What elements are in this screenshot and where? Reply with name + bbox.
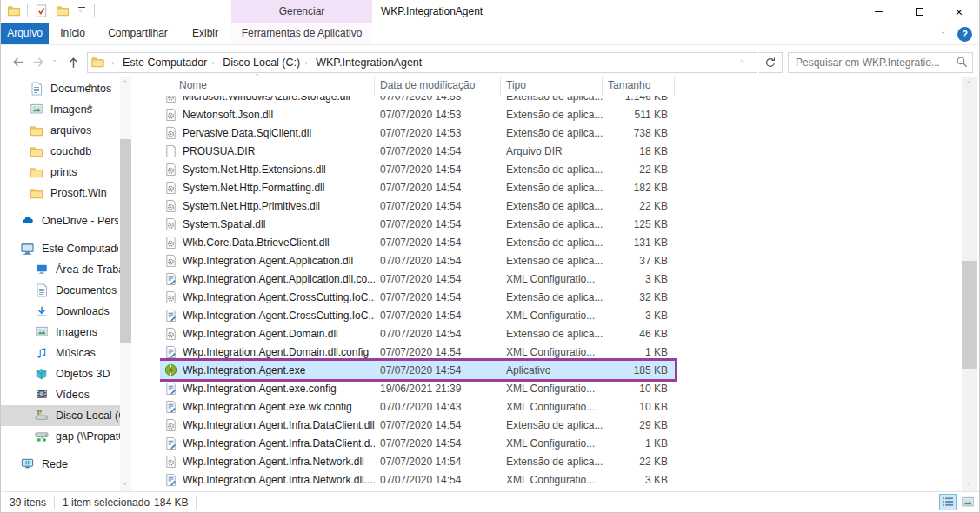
scroll-up-button[interactable] xyxy=(962,77,977,90)
tab-arquivo[interactable]: Arquivo xyxy=(1,23,49,44)
breadcrumb-chevron-icon[interactable] xyxy=(110,59,120,65)
file-size: 182 KB xyxy=(603,182,675,194)
column-header-nome[interactable]: Nome xyxy=(160,77,375,96)
maximize-button[interactable] xyxy=(899,0,939,23)
forward-button[interactable] xyxy=(28,52,49,73)
file-row[interactable]: Wkp.Integration.Agent.Infra.DataClient.d… xyxy=(160,434,675,452)
file-row[interactable]: System.Net.Http.Primitives.dll 07/07/202… xyxy=(160,197,675,215)
back-button[interactable] xyxy=(7,52,28,73)
file-list-scrollbar-thumb[interactable] xyxy=(962,261,977,369)
file-row[interactable]: System.Spatial.dll 07/07/2020 14:54 Exte… xyxy=(160,215,675,233)
sidebar-item-objetos-3d[interactable]: Objetos 3D xyxy=(1,363,131,384)
ribbon-collapse-chevron-icon[interactable] xyxy=(940,31,949,37)
tab-exibir[interactable]: Exibir xyxy=(179,23,231,44)
customize-quick-access-button[interactable] xyxy=(76,3,88,18)
file-row[interactable]: Wkp.Integration.Agent.Domain.dll 07/07/2… xyxy=(160,324,675,343)
column-header-tamanho[interactable]: Tamanho xyxy=(603,77,675,96)
music-icon xyxy=(34,346,49,361)
sidebar-scrollbar[interactable] xyxy=(120,77,131,491)
sidebar-item-prints[interactable]: prints xyxy=(1,162,131,183)
folder-icon xyxy=(29,165,43,180)
minimize-button[interactable] xyxy=(859,0,899,23)
sidebar-item-rea-de-trabalho[interactable]: Área de Trabalho xyxy=(1,259,131,280)
file-row[interactable]: Wkp.Integration.Agent.CrossCutting.IoC..… xyxy=(160,288,675,306)
close-button[interactable]: × xyxy=(939,0,979,23)
breadcrumb-chevron-icon[interactable] xyxy=(210,59,220,65)
tab-inicio[interactable]: Início xyxy=(49,23,97,44)
file-row[interactable]: Wkp.Integration.Agent.Domain.dll.config … xyxy=(160,343,675,361)
file-size: 3 KB xyxy=(603,474,675,486)
file-row[interactable]: Wkp.Integration.Agent.exe.config 19/06/2… xyxy=(160,379,675,397)
file-row[interactable]: Wkp.Integration.Agent.Application.dll.co… xyxy=(160,270,675,288)
breadcrumb-chevron-icon[interactable] xyxy=(303,59,313,65)
file-row[interactable]: Microsoft.WindowsAzure.Storage.dll 07/07… xyxy=(160,96,675,105)
network-drive-icon xyxy=(34,430,49,444)
scroll-down-button[interactable] xyxy=(962,477,977,491)
file-type: Extensão de aplica... xyxy=(501,163,603,176)
file-type: Aplicativo xyxy=(501,364,603,376)
file-size: 125 KB xyxy=(603,218,675,230)
sidebar-item-rede[interactable]: Rede xyxy=(1,454,131,475)
file-date: 07/07/2020 14:54 xyxy=(375,200,501,212)
breadcrumb-segment[interactable]: Disco Local (C:) xyxy=(220,57,303,69)
sidebar-item-documentos[interactable]: Documentos xyxy=(1,280,131,301)
sidebar-item-downloads[interactable]: Downloads xyxy=(1,301,131,322)
file-row[interactable]: Wkp.Integration.Agent.Infra.DataClient.d… xyxy=(160,416,675,434)
sidebar-item-m-sicas[interactable]: Músicas xyxy=(1,343,131,363)
column-header-tipo[interactable]: Tipo xyxy=(501,77,603,96)
sidebar-item-imagens[interactable]: Imagens xyxy=(1,322,131,343)
tab-ferramentas-de-aplicativo[interactable]: Ferramentas de Aplicativo xyxy=(231,23,372,44)
sidebar-scrollbar-thumb[interactable] xyxy=(120,139,131,343)
dll-file-icon xyxy=(164,108,177,121)
large-icons-view-button[interactable] xyxy=(959,494,977,510)
scroll-down-icon[interactable] xyxy=(120,479,131,491)
file-date: 07/07/2020 14:54 xyxy=(375,328,501,340)
tab-compartilhar[interactable]: Compartilhar xyxy=(97,23,179,44)
sidebar-item-arquivos[interactable]: arquivos xyxy=(1,120,131,141)
file-name: System.Net.Http.Primitives.dll xyxy=(183,200,320,212)
address-bar-row: Este ComputadorDisco Local (C:)WKP.Integ… xyxy=(1,46,979,78)
file-row[interactable]: Pervasive.Data.SqlClient.dll 07/07/2020 … xyxy=(160,123,675,142)
sidebar-item-couchdb[interactable]: couchdb xyxy=(1,141,131,162)
sidebar-item-v-deos[interactable]: Vídeos xyxy=(1,384,131,405)
search-input[interactable] xyxy=(796,57,956,69)
new-folder-button[interactable] xyxy=(55,3,70,18)
file-row[interactable]: Wkb.Core.Data.BtrieveClient.dll 07/07/20… xyxy=(160,233,675,251)
column-header-data-de-modifica-o[interactable]: Data de modificação xyxy=(375,77,501,96)
file-row[interactable]: Wkp.Integration.Agent.Infra.Network.dll.… xyxy=(160,470,675,489)
file-list-scrollbar[interactable] xyxy=(962,77,977,491)
file-row[interactable]: Wkp.Integration.Agent.Infra.Network.dll … xyxy=(160,452,675,470)
sidebar-item-gap-propat01[interactable]: gap (\\Propat01: xyxy=(1,426,131,447)
breadcrumb-segment[interactable]: WKP.IntegrationAgent xyxy=(313,57,424,69)
file-size: 131 KB xyxy=(603,237,675,249)
recent-locations-button[interactable] xyxy=(49,52,63,73)
sidebar-item-prosoft-win[interactable]: Prosoft.Win xyxy=(1,183,131,203)
explorer-folder-icon[interactable] xyxy=(6,3,21,18)
scroll-up-icon[interactable] xyxy=(120,77,131,89)
up-button[interactable] xyxy=(63,52,83,73)
breadcrumb-segment[interactable]: Este Computador xyxy=(120,57,210,69)
sidebar-item-onedrive-personal[interactable]: OneDrive - Personal xyxy=(1,210,131,231)
file-type: Extensão de aplica... xyxy=(501,255,603,267)
file-row[interactable]: Wkp.Integration.Agent.Application.dll 07… xyxy=(160,251,675,270)
properties-button[interactable] xyxy=(34,3,49,18)
address-box[interactable]: Este ComputadorDisco Local (C:)WKP.Integ… xyxy=(87,52,757,73)
contextual-tab-group-gerenciar[interactable]: Gerenciar xyxy=(231,0,372,23)
file-row[interactable]: Wkp.Integration.Agent.CrossCutting.IoC..… xyxy=(160,306,675,324)
refresh-button[interactable] xyxy=(759,52,783,73)
file-date: 07/07/2020 14:54 xyxy=(375,364,501,376)
file-row-selected[interactable]: Wkp.Integration.Agent.exe 07/07/2020 14:… xyxy=(160,361,675,379)
file-row[interactable]: PROUSUA.DIR 07/07/2020 14:54 Arquivo DIR… xyxy=(160,142,675,160)
sidebar-item-documentos[interactable]: Documentos xyxy=(1,78,131,99)
desktop-icon xyxy=(34,263,49,277)
file-row[interactable]: Newtonsoft.Json.dll 07/07/2020 14:53 Ext… xyxy=(160,105,675,123)
address-dropdown-button[interactable] xyxy=(734,53,753,72)
details-view-button[interactable] xyxy=(939,494,957,510)
file-row[interactable]: Wkp.Integration.Agent.exe.wk.config 07/0… xyxy=(160,397,675,416)
help-button[interactable]: ? xyxy=(957,27,972,42)
file-row[interactable]: System.Net.Http.Formatting.dll 07/07/202… xyxy=(160,178,675,197)
sidebar-item-disco-local-c[interactable]: Disco Local (C:) xyxy=(1,405,131,426)
sidebar-item-imagens[interactable]: Imagens xyxy=(1,99,131,120)
sidebar-item-este-computador[interactable]: Este Computador xyxy=(1,238,131,259)
file-row[interactable]: System.Net.Http.Extensions.dll 07/07/202… xyxy=(160,160,675,178)
